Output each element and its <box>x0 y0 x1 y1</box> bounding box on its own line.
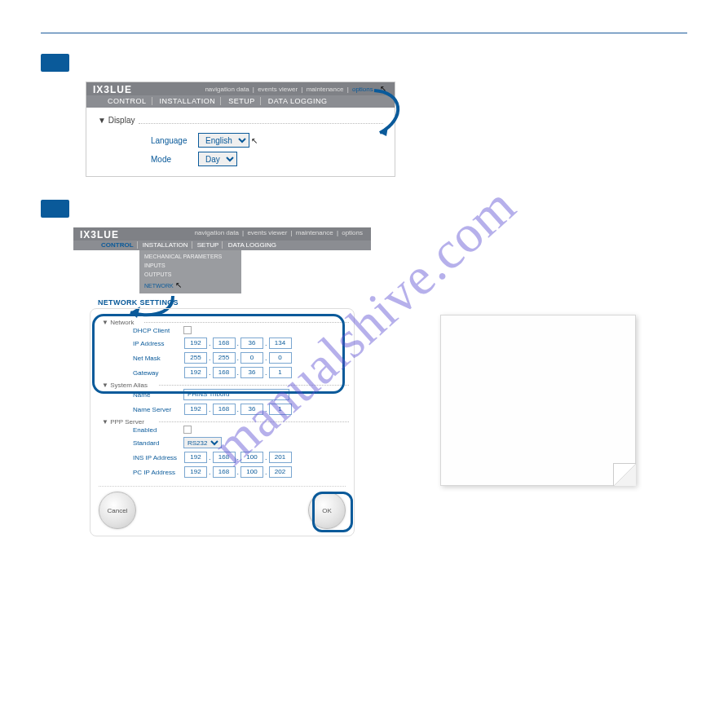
link-nav-data[interactable]: navigation data <box>193 229 240 236</box>
row-pc-ip: PC IP Address 192. 168. 100. 202 <box>133 466 349 478</box>
row-ip: IP Address 192. 168. 36. 134 <box>133 338 349 349</box>
menu-setup[interactable]: SETUP <box>223 97 261 105</box>
divider <box>144 322 349 323</box>
page-fold-icon <box>613 463 636 486</box>
insip-oct-2[interactable]: 168 <box>213 452 236 463</box>
header-bar-2: IX3LUE navigation data | events viewer |… <box>73 227 371 240</box>
ip-oct-3[interactable]: 36 <box>240 338 263 349</box>
sub-outputs[interactable]: OUTPUTS <box>144 270 236 279</box>
ns-oct-1[interactable]: 192 <box>184 404 207 415</box>
insip-label: INS IP Address <box>133 454 183 461</box>
standard-select[interactable]: RS232 <box>183 437 222 448</box>
menu-control[interactable]: CONTROL <box>103 97 152 105</box>
main-menu: CONTROL INSTALLATION SETUP DATA LOGGING <box>86 95 395 108</box>
cursor-icon: ↖ <box>251 136 258 145</box>
screenshot-display-options: IX3LUE navigation data | events viewer |… <box>86 82 395 177</box>
ns-oct-3[interactable]: 36 <box>240 404 263 415</box>
enabled-checkbox[interactable] <box>183 426 192 434</box>
menu-installation[interactable]: INSTALLATION <box>139 241 192 249</box>
divider <box>159 385 349 386</box>
ip-oct-1[interactable]: 192 <box>184 338 207 349</box>
row-gateway: Gateway 192. 168. 36. 1 <box>133 367 349 378</box>
menu-control[interactable]: CONTROL <box>98 241 138 249</box>
screenshot-network-settings: IX3LUE navigation data | events viewer |… <box>73 227 371 536</box>
sub-network[interactable]: NETWORK↖ <box>144 279 236 291</box>
ip-oct-4[interactable]: 134 <box>269 338 292 349</box>
mask-oct-4[interactable]: 0 <box>269 352 292 364</box>
name-input[interactable]: PHINS Tribord <box>183 389 289 400</box>
link-events[interactable]: events viewer <box>256 86 299 93</box>
insip-oct-1[interactable]: 192 <box>184 452 207 463</box>
link-maintenance[interactable]: maintenance <box>294 229 335 236</box>
pcip-label: PC IP Address <box>133 469 183 476</box>
logo: IX3LUE <box>93 84 132 95</box>
ns-oct-2[interactable]: 168 <box>213 404 236 415</box>
pcip-oct-2[interactable]: 168 <box>213 466 236 478</box>
cursor-icon: ↖ <box>175 280 182 289</box>
logo: IX3LUE <box>80 229 119 240</box>
main-menu-2: CONTROL INSTALLATION SETUP DATA LOGGING <box>73 240 371 250</box>
gw-oct-4[interactable]: 1 <box>269 367 292 378</box>
note-placeholder <box>440 315 636 486</box>
ok-button[interactable]: OK <box>308 492 346 529</box>
link-options[interactable]: options <box>351 86 375 93</box>
mask-oct-3[interactable]: 0 <box>240 352 263 364</box>
row-mode: Mode Day <box>151 152 383 166</box>
pcip-oct-3[interactable]: 100 <box>240 466 263 478</box>
sub-mech-params[interactable]: MECHANICAL PARAMETERS <box>144 252 236 261</box>
link-nav-data[interactable]: navigation data <box>203 86 250 93</box>
top-links-2: navigation data | events viewer | mainte… <box>193 229 364 236</box>
name-label: Name <box>133 391 183 399</box>
top-rule <box>41 33 687 33</box>
divider <box>139 123 383 124</box>
row-standard: Standard RS232 <box>133 437 349 448</box>
pcip-oct-1[interactable]: 192 <box>184 466 207 478</box>
mask-label: Net Mask <box>133 355 183 362</box>
gw-oct-2[interactable]: 168 <box>213 367 236 378</box>
network-settings-heading: NETWORK SETTINGS <box>98 298 371 307</box>
mask-oct-1[interactable]: 255 <box>184 352 207 364</box>
row-language: Language English ↖ <box>151 133 383 148</box>
pcip-oct-4[interactable]: 202 <box>269 466 292 478</box>
standard-label: Standard <box>133 439 183 447</box>
dhcp-checkbox[interactable] <box>183 326 192 334</box>
mode-select[interactable]: Day <box>198 152 237 166</box>
insip-oct-4[interactable]: 201 <box>269 452 292 463</box>
dhcp-label: DHCP Client <box>133 327 183 334</box>
display-panel: ▼ Display Language English ↖ Mode Day <box>86 108 395 176</box>
link-options[interactable]: options <box>340 229 364 236</box>
gw-oct-3[interactable]: 36 <box>240 367 263 378</box>
ns-label: Name Server <box>133 406 183 413</box>
mode-label: Mode <box>151 155 198 164</box>
menu-setup[interactable]: SETUP <box>194 241 223 249</box>
gw-oct-1[interactable]: 192 <box>184 367 207 378</box>
top-links: navigation data | events viewer | mainte… <box>203 84 388 93</box>
step-tag-2 <box>41 200 69 218</box>
dialog-buttons: Cancel OK <box>95 487 349 529</box>
insip-oct-3[interactable]: 100 <box>240 452 263 463</box>
network-config-panel: ▼ Network DHCP Client IP Address 192. 16… <box>90 308 355 536</box>
row-enabled: Enabled <box>133 426 349 434</box>
cancel-label: Cancel <box>108 507 128 514</box>
menu-data-logging[interactable]: DATA LOGGING <box>225 241 280 249</box>
sub-inputs[interactable]: INPUTS <box>144 261 236 270</box>
ns-oct-4[interactable]: 1 <box>269 404 292 415</box>
menu-installation[interactable]: INSTALLATION <box>155 97 222 105</box>
cancel-button[interactable]: Cancel <box>99 492 136 529</box>
row-dhcp: DHCP Client <box>133 326 349 334</box>
row-mask: Net Mask 255. 255. 0. 0 <box>133 352 349 364</box>
ip-oct-2[interactable]: 168 <box>213 338 236 349</box>
panel-title-text: ▼ Display <box>98 116 135 125</box>
divider <box>159 421 349 422</box>
ip-label: IP Address <box>133 340 183 347</box>
link-maintenance[interactable]: maintenance <box>305 86 346 93</box>
mask-oct-2[interactable]: 255 <box>213 352 236 364</box>
ok-label: OK <box>322 507 332 514</box>
link-events[interactable]: events viewer <box>245 229 289 236</box>
header-bar: IX3LUE navigation data | events viewer |… <box>86 82 395 95</box>
cursor-icon: ↖ <box>378 84 388 93</box>
step-tag-1 <box>41 54 69 72</box>
language-select[interactable]: English <box>198 133 249 148</box>
menu-data-logging[interactable]: DATA LOGGING <box>263 97 333 105</box>
language-label: Language <box>151 136 198 145</box>
